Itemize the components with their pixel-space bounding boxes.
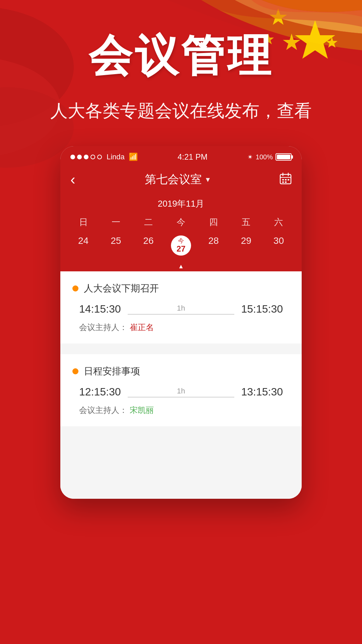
meeting-1-duration-label: 1h	[177, 304, 185, 313]
meeting-1-host-name: 崔正名	[130, 323, 154, 332]
today-label: 今	[178, 238, 184, 245]
meeting-2-time-row: 12:15:30 1h 13:15:30	[72, 386, 290, 398]
svg-rect-16	[282, 181, 284, 183]
svg-rect-15	[288, 179, 289, 180]
signal-dot-2	[77, 155, 82, 159]
weekday-sat: 六	[262, 216, 295, 228]
status-left: Linda 📶	[70, 153, 138, 161]
status-time: 4:21 PM	[178, 152, 207, 162]
svg-rect-13	[282, 179, 284, 180]
content-area: 人大会议下期召开 14:15:30 1h 15:15:30 会议主持人： 崔正名	[60, 271, 302, 499]
weekday-fri: 五	[230, 216, 262, 228]
back-button[interactable]: ‹	[70, 171, 75, 188]
meeting-2-duration: 1h	[128, 387, 235, 397]
carrier-name: Linda	[107, 153, 125, 161]
meeting-2-duration-line	[128, 397, 235, 397]
nav-title-container: 第七会议室 ▾	[145, 172, 210, 187]
weekday-tue: 二	[132, 216, 165, 228]
calendar-icon[interactable]	[280, 172, 292, 187]
card-divider-1	[60, 349, 302, 354]
date-30[interactable]: 30	[262, 233, 295, 258]
calendar-pointer: ▲	[178, 263, 184, 270]
calendar-week-row: 日 一 二 今 四 五 六	[67, 216, 295, 228]
meeting-2-duration-label: 1h	[177, 387, 185, 395]
meeting-card-2[interactable]: 日程安排事项 12:15:30 1h 13:15:30 会议主持人： 宋凯丽	[60, 354, 302, 426]
status-bar: Linda 📶 4:21 PM ✴ 100%	[60, 146, 302, 166]
weekday-mon: 一	[100, 216, 132, 228]
status-right: ✴ 100%	[247, 153, 292, 161]
date-28[interactable]: 28	[197, 233, 230, 258]
meeting-2-dot	[72, 368, 78, 374]
meeting-2-end-time: 13:15:30	[241, 386, 283, 398]
calendar-section: 2019年11月 日 一 二 今 四 五 六 24 25 26 今 27	[60, 195, 302, 271]
svg-rect-17	[285, 181, 287, 183]
signal-dot-1	[70, 155, 75, 159]
wifi-icon: 📶	[129, 153, 138, 161]
calendar-date-row: 24 25 26 今 27 28 29 30	[67, 233, 295, 258]
page-subtitle: 人大各类专题会议在线发布，查看	[50, 99, 312, 123]
meeting-2-host-prefix: 会议主持人：	[79, 406, 127, 415]
signal-dot-4	[90, 155, 95, 159]
date-27-today[interactable]: 今 27	[165, 233, 197, 258]
battery-percent: 100%	[256, 153, 273, 161]
meeting-2-title: 日程安排事项	[84, 365, 140, 378]
weekday-sun: 日	[67, 216, 100, 228]
date-25[interactable]: 25	[100, 233, 132, 258]
nav-bar: ‹ 第七会议室 ▾	[60, 166, 302, 195]
dropdown-icon[interactable]: ▾	[206, 175, 210, 184]
meeting-card-1[interactable]: 人大会议下期召开 14:15:30 1h 15:15:30 会议主持人： 崔正名	[60, 271, 302, 343]
meeting-2-title-row: 日程安排事项	[72, 365, 290, 378]
weekday-wed-today: 今	[165, 216, 197, 228]
meeting-1-host-row: 会议主持人： 崔正名	[72, 322, 290, 333]
calendar-month: 2019年11月	[67, 198, 295, 210]
meeting-1-dot	[72, 285, 78, 291]
today-number: 27	[177, 245, 186, 253]
empty-space	[60, 432, 302, 499]
meeting-1-start-time: 14:15:30	[79, 303, 121, 315]
bluetooth-icon: ✴	[247, 153, 253, 161]
meeting-1-host-prefix: 会议主持人：	[79, 323, 127, 332]
meeting-2-host-name: 宋凯丽	[130, 406, 154, 415]
date-29[interactable]: 29	[230, 233, 262, 258]
battery-bar	[276, 153, 292, 161]
meeting-1-title: 人大会议下期召开	[84, 282, 159, 295]
signal-dot-3	[84, 155, 88, 159]
meeting-1-title-row: 人大会议下期召开	[72, 282, 290, 295]
svg-rect-14	[285, 179, 287, 180]
page-main-title: 会议管理	[88, 27, 274, 86]
date-26[interactable]: 26	[132, 233, 165, 258]
phone-mockup: Linda 📶 4:21 PM ✴ 100% ‹ 第七会议室 ▾	[60, 146, 302, 499]
date-24[interactable]: 24	[67, 233, 100, 258]
meeting-1-time-row: 14:15:30 1h 15:15:30	[72, 303, 290, 315]
weekday-thu: 四	[197, 216, 230, 228]
signal-dot-5	[97, 155, 102, 159]
meeting-1-duration: 1h	[128, 304, 235, 315]
room-name: 第七会议室	[145, 172, 202, 187]
meeting-2-start-time: 12:15:30	[79, 386, 121, 398]
meeting-1-end-time: 15:15:30	[241, 303, 283, 315]
battery-fill	[277, 155, 290, 159]
meeting-1-duration-line	[128, 314, 235, 315]
meeting-2-host-row: 会议主持人： 宋凯丽	[72, 405, 290, 416]
